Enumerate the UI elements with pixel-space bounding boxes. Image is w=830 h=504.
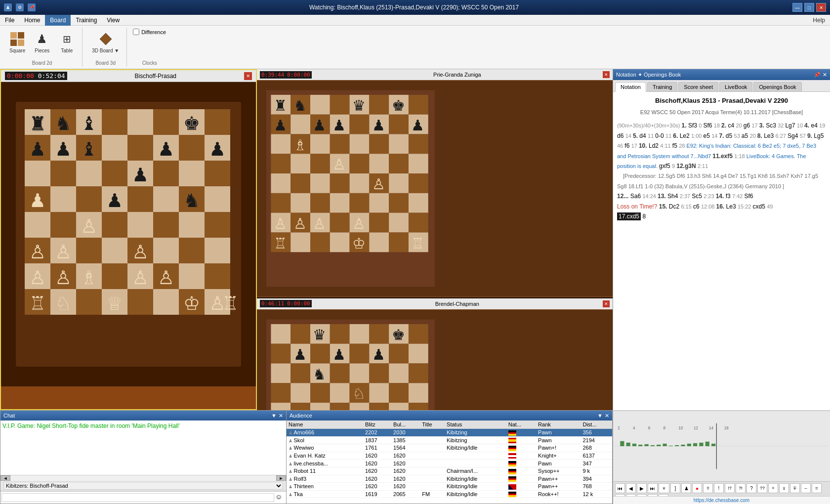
- tab-training[interactable]: Training: [647, 82, 677, 91]
- chat-expand-icon[interactable]: ▼: [271, 413, 277, 419]
- mini-board-2-canvas[interactable]: ♛ ♚ ♟ ♟ ♟ ♞ ♘ ♙ ♙ ♙ ♖ ♔: [257, 309, 613, 410]
- move-10b[interactable]: f5: [672, 142, 679, 149]
- difference-check[interactable]: [133, 29, 139, 35]
- audience-row[interactable]: ♟ Robot 11 1620 1620 Chairman/I... Sysop…: [287, 467, 612, 475]
- ribbon-btn-square[interactable]: Square: [6, 29, 29, 56]
- main-board-canvas[interactable]: ♜ ♞ ♝ ♚ ♟ ♟ ♝ ♟ ♟ ♟ ♟ ♟: [1, 82, 256, 409]
- move-9b[interactable]: f6: [624, 142, 631, 149]
- menu-view[interactable]: View: [102, 15, 124, 26]
- tab-openings-book[interactable]: Openings Book: [753, 82, 801, 91]
- move-2b[interactable]: g6: [744, 122, 752, 129]
- chat-close-icon[interactable]: ✕: [279, 413, 283, 419]
- current-move-17cxd5[interactable]: 17.cxd5: [617, 212, 641, 220]
- audience-row[interactable]: ♟ Wewiwo 1761 1564 Kibitzing/Idle Pawn+!…: [287, 444, 612, 452]
- nav-end-btn[interactable]: ⏭: [648, 483, 658, 493]
- move-3w[interactable]: Sc3: [766, 122, 778, 129]
- nav-delete-btn[interactable]: ×: [659, 483, 669, 493]
- move-3b[interactable]: Lg7: [785, 122, 796, 129]
- move-7w[interactable]: d5: [726, 132, 734, 139]
- move-8b[interactable]: Sg4: [788, 132, 800, 139]
- audience-name: ♟ Skol: [287, 436, 363, 444]
- scroll-left-btn[interactable]: ◄: [0, 475, 10, 481]
- move-1w[interactable]: Sf3: [688, 122, 699, 129]
- move-4w[interactable]: e4: [811, 122, 819, 129]
- mini-board-1-canvas[interactable]: ♜ ♞ ♛ ♚ ♟ ♟ ♟ ♟ ♟ ♗ ♙ ♙: [257, 80, 613, 297]
- nav-mp-btn[interactable]: ∓: [790, 483, 800, 493]
- move-1b[interactable]: Sf6: [703, 122, 713, 129]
- nav-pawn-btn[interactable]: ♟: [681, 483, 691, 493]
- ribbon-btn-pieces[interactable]: ♟ Pieces: [31, 29, 53, 56]
- notation-close-icon[interactable]: ✕: [823, 72, 827, 78]
- nav-eq-btn[interactable]: =: [812, 483, 822, 493]
- move-gxf5[interactable]: gxf5: [659, 163, 672, 169]
- move-14w-f3[interactable]: f3: [726, 193, 732, 200]
- close-button[interactable]: ✕: [816, 3, 826, 12]
- ribbon-btn-table[interactable]: ⊞ Table: [55, 29, 78, 56]
- url-bar[interactable]: https://de.chessbase.com: [613, 496, 830, 504]
- audience-row[interactable]: ♟ Evan H. Katz 1620 1620 Knight+ 6137: [287, 452, 612, 460]
- nav-pm-btn[interactable]: ±: [779, 483, 789, 493]
- ribbon-btn-3dboard[interactable]: 3D Board ▼: [88, 29, 123, 56]
- nav-prev-btn[interactable]: ◀: [626, 483, 636, 493]
- nav-circle-btn[interactable]: ●: [692, 483, 702, 493]
- move-14b-sf6[interactable]: Sf6: [745, 193, 753, 200]
- tab-notation[interactable]: Notation: [615, 82, 646, 92]
- menu-home[interactable]: Home: [19, 15, 45, 26]
- nav-excl-q-btn[interactable]: !?: [725, 483, 735, 493]
- tab-score-sheet[interactable]: Score sheet: [678, 82, 718, 91]
- menu-help[interactable]: Help: [813, 17, 830, 24]
- nav-q-btn[interactable]: ?: [747, 483, 756, 493]
- move-10w[interactable]: Ld2: [649, 142, 660, 149]
- nav-q-excl-btn[interactable]: ?!: [736, 483, 746, 493]
- audience-row[interactable]: ♟ Thirteen 1620 1620 Kibitzing/Idle Pawn…: [287, 483, 612, 491]
- move-9w[interactable]: Lg5: [814, 132, 824, 139]
- audience-close-icon[interactable]: ✕: [605, 413, 609, 419]
- menu-file[interactable]: File: [0, 15, 19, 26]
- nav-plus-eq-btn[interactable]: +: [768, 483, 778, 493]
- audience-row[interactable]: ♟ Skol 1837 1385 Kibitzing Pawn 2194: [287, 436, 612, 444]
- minimize-button[interactable]: —: [792, 3, 802, 12]
- scroll-right-btn[interactable]: ►: [276, 475, 286, 481]
- audience-row[interactable]: ♟ Tka 1619 2065 FM Kibitzing/Idle Rook++…: [287, 490, 612, 498]
- nav-dash-btn[interactable]: –: [801, 483, 811, 493]
- mini-board-2-close[interactable]: ✕: [603, 300, 610, 307]
- move-16b-cxd5[interactable]: cxd5: [753, 203, 767, 210]
- move-15w-dc2[interactable]: Dc2: [669, 203, 681, 210]
- move-5b[interactable]: 0-0: [655, 132, 665, 139]
- audience-row[interactable]: ♟ Rolf3 1620 1620 Kibitzing/Idle Pawn++ …: [287, 475, 612, 483]
- move-2w[interactable]: c4: [728, 122, 736, 129]
- move-7b[interactable]: a5: [742, 132, 750, 139]
- nav-start-btn[interactable]: ⏮: [615, 483, 625, 493]
- move-6w[interactable]: Le2: [680, 132, 691, 139]
- main-board-close[interactable]: ✕: [244, 72, 252, 80]
- nav-next-btn[interactable]: ▶: [637, 483, 647, 493]
- audience-expand-icon[interactable]: ▼: [597, 413, 603, 419]
- audience-row[interactable]: ♟ Arno666 2202 2030 Kibitzing Pawn 356: [287, 429, 612, 437]
- maximize-button[interactable]: □: [804, 3, 814, 12]
- scrollbar-track[interactable]: [10, 475, 276, 481]
- chat-input[interactable]: [1, 493, 274, 502]
- move-6b[interactable]: e5: [704, 132, 712, 139]
- menu-board[interactable]: Board: [45, 15, 71, 26]
- move-5w[interactable]: d4: [639, 132, 648, 139]
- notation-pin-icon[interactable]: 📌: [814, 72, 821, 78]
- difference-checkbox[interactable]: Difference: [133, 29, 166, 35]
- horizontal-scrollbar[interactable]: ◄ ►: [0, 475, 286, 481]
- nav-bracket-btn[interactable]: ]: [670, 483, 680, 493]
- nav-dbl-excl-btn[interactable]: !!: [703, 483, 713, 493]
- move-4b[interactable]: d6: [617, 132, 625, 139]
- nav-dbl-q-btn[interactable]: ??: [757, 483, 767, 493]
- move-13b-sc5[interactable]: Sc5: [692, 193, 704, 200]
- audience-row[interactable]: ♟ live.chessba... 1620 1620 Pawn 347: [287, 460, 612, 467]
- kibitzing-select[interactable]: Kibitzers: Bischoff-Prasad: [3, 482, 283, 490]
- tab-livebook[interactable]: LiveBook: [719, 82, 752, 91]
- menu-training[interactable]: Training: [71, 15, 102, 26]
- move-8w[interactable]: Le3: [764, 132, 775, 139]
- emoji-button[interactable]: ☺: [275, 493, 285, 503]
- move-13w-sh4[interactable]: Sh4: [667, 193, 680, 200]
- move-12b-sa6[interactable]: Sa6: [630, 193, 643, 200]
- move-16w-le3[interactable]: Le3: [726, 203, 738, 210]
- move-15b-c6[interactable]: c6: [693, 203, 701, 210]
- nav-excl-btn[interactable]: !: [714, 483, 724, 493]
- mini-board-1-close[interactable]: ✕: [603, 71, 610, 78]
